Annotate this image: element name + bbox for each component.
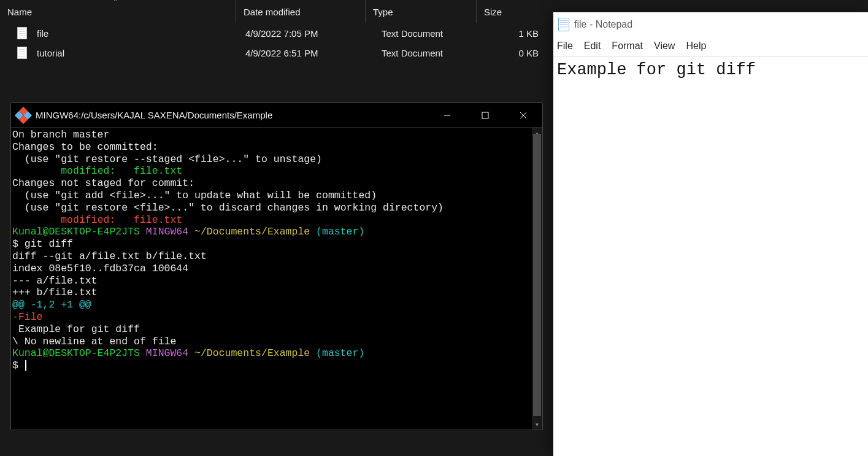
terminal-title: MINGW64:/c/Users/KAJAL SAXENA/Documents/… [36, 110, 428, 120]
notepad-text-area[interactable]: Example for git diff [553, 57, 868, 83]
terminal-line: modified: file.txt [12, 214, 541, 226]
column-header-date[interactable]: Date modified [236, 0, 365, 23]
column-type-label: Type [373, 7, 393, 17]
menu-edit[interactable]: Edit [584, 41, 601, 52]
terminal-line: $ [12, 360, 541, 372]
terminal-line: Changes to be committed: [12, 141, 541, 153]
minimize-button[interactable] [428, 103, 466, 128]
terminal-line: \ No newline at end of file [12, 336, 541, 348]
menu-help[interactable]: Help [686, 41, 706, 52]
menu-format[interactable]: Format [612, 41, 643, 52]
terminal-window: MINGW64:/c/Users/KAJAL SAXENA/Documents/… [10, 102, 543, 430]
maximize-button[interactable] [466, 103, 504, 128]
terminal-line: Changes not staged for commit: [12, 177, 541, 190]
column-header-size[interactable]: Size [477, 0, 538, 23]
file-date: 4/9/2022 7:05 PM [245, 28, 374, 39]
terminal-scrollbar[interactable]: ▴ ▾ [532, 128, 542, 430]
scroll-down-icon[interactable]: ▾ [532, 419, 542, 430]
close-button[interactable] [504, 103, 542, 128]
explorer-rows: file 4/9/2022 7:05 PM Text Document 1 KB… [0, 23, 550, 63]
explorer-column-header: Name ˄ Date modified Type Size [0, 0, 550, 23]
text-file-icon [17, 27, 27, 39]
terminal-line: (use "git add <file>..." to update what … [12, 190, 541, 202]
sort-indicator-icon: ˄ [113, 0, 117, 7]
terminal-line: index 08e5f10..fdb37ca 100644 [12, 263, 541, 275]
file-row[interactable]: tutorial 4/9/2022 6:51 PM Text Document … [0, 43, 550, 63]
terminal-body[interactable]: On branch masterChanges to be committed:… [11, 128, 542, 430]
notepad-icon [558, 18, 569, 31]
menu-file[interactable]: File [557, 41, 573, 52]
file-name: tutorial [37, 48, 245, 58]
terminal-line: On branch master [12, 129, 541, 141]
menu-view[interactable]: View [654, 41, 675, 52]
terminal-line: Kunal@DESKTOP-E4P2JTS MINGW64 ~/Document… [12, 226, 541, 238]
file-size: 0 KB [485, 48, 539, 58]
file-date: 4/9/2022 6:51 PM [245, 48, 374, 58]
column-header-name[interactable]: Name ˄ [0, 0, 236, 23]
scroll-thumb[interactable] [533, 134, 541, 416]
file-size: 1 KB [485, 28, 539, 39]
file-row[interactable]: file 4/9/2022 7:05 PM Text Document 1 KB [0, 23, 550, 43]
terminal-line: (use "git restore --staged <file>..." to… [12, 153, 541, 166]
terminal-titlebar[interactable]: MINGW64:/c/Users/KAJAL SAXENA/Documents/… [11, 103, 542, 128]
terminal-line: --- a/file.txt [12, 275, 541, 287]
column-name-label: Name [7, 7, 32, 17]
terminal-line: (use "git restore <file>..." to discard … [12, 202, 541, 214]
terminal-line: +++ b/file.txt [12, 287, 541, 299]
git-bash-icon [15, 106, 32, 123]
column-date-label: Date modified [244, 7, 301, 17]
column-header-type[interactable]: Type [366, 0, 476, 23]
column-size-label: Size [484, 7, 502, 17]
notepad-window: file - Notepad File Edit Format View Hel… [553, 12, 868, 456]
terminal-line: -File [12, 311, 541, 323]
svg-rect-1 [482, 112, 488, 118]
terminal-output: On branch masterChanges to be committed:… [11, 128, 542, 373]
terminal-line: @@ -1,2 +1 @@ [12, 299, 541, 311]
notepad-titlebar[interactable]: file - Notepad [553, 12, 868, 37]
terminal-cursor [25, 360, 26, 371]
terminal-line: Kunal@DESKTOP-E4P2JTS MINGW64 ~/Document… [12, 347, 541, 360]
terminal-line: modified: file.txt [12, 165, 541, 177]
notepad-title: file - Notepad [574, 19, 632, 30]
terminal-line: $ git diff [12, 238, 541, 250]
file-name: file [37, 28, 245, 39]
file-explorer: Name ˄ Date modified Type Size file 4/9/… [0, 0, 550, 98]
terminal-line: Example for git diff [12, 323, 541, 336]
text-file-icon [17, 47, 27, 59]
terminal-line: diff --git a/file.txt b/file.txt [12, 250, 541, 263]
notepad-menu: File Edit Format View Help [553, 37, 868, 57]
file-type: Text Document [374, 28, 485, 39]
file-type: Text Document [374, 48, 485, 58]
